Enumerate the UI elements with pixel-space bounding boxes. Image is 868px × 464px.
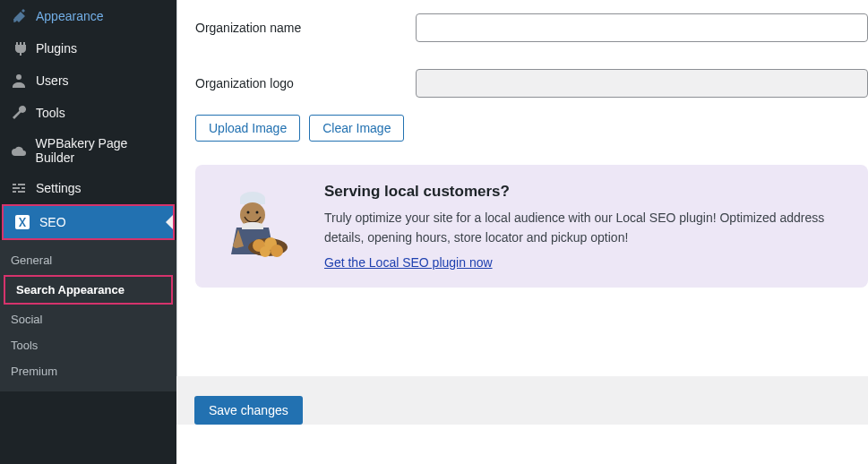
clear-image-button[interactable]: Clear Image — [309, 115, 404, 142]
org-name-label: Organization name — [195, 21, 416, 35]
submenu-general[interactable]: General — [0, 247, 176, 273]
sliders-icon — [9, 179, 29, 197]
sidebar-item-wpbakery[interactable]: WPBakery Page Builder — [0, 129, 176, 172]
sidebar-item-settings[interactable]: Settings — [0, 172, 176, 204]
brush-icon — [9, 7, 29, 25]
content-area: Organization name Organization logo Uplo… — [176, 0, 868, 464]
promo-description: Truly optimize your site for a local aud… — [324, 208, 845, 248]
wrench-icon — [9, 104, 29, 122]
upload-image-button[interactable]: Upload Image — [195, 115, 300, 142]
submenu-social[interactable]: Social — [0, 306, 176, 332]
promo-link[interactable]: Get the Local SEO plugin now — [324, 255, 493, 270]
svg-point-9 — [271, 245, 283, 257]
sidebar-item-plugins[interactable]: Plugins — [0, 32, 176, 64]
org-logo-label: Organization logo — [195, 76, 416, 90]
image-buttons-row: Upload Image Clear Image — [195, 111, 868, 159]
menu-label: Plugins — [36, 41, 77, 56]
cloud-icon — [9, 142, 29, 159]
local-seo-promo: Serving local customers? Truly optimize … — [195, 165, 868, 288]
org-logo-input[interactable] — [416, 69, 868, 98]
seo-submenu: General Search Appearance Social Tools P… — [0, 240, 176, 391]
svg-point-4 — [247, 211, 250, 214]
submenu-search-appearance[interactable]: Search Appearance — [4, 275, 173, 305]
promo-heading: Serving local customers? — [324, 183, 845, 201]
menu-label: SEO — [39, 215, 66, 229]
user-icon — [9, 72, 29, 90]
sidebar-item-tools[interactable]: Tools — [0, 97, 176, 129]
org-name-input[interactable] — [416, 13, 868, 42]
sidebar-item-users[interactable]: Users — [0, 64, 176, 97]
submenu-tools[interactable]: Tools — [0, 332, 176, 358]
baker-illustration — [219, 183, 299, 268]
promo-text: Serving local customers? Truly optimize … — [324, 183, 845, 270]
menu-label: Tools — [36, 106, 65, 120]
menu-label: Appearance — [36, 9, 104, 23]
menu-label: WPBakery Page Builder — [36, 136, 168, 165]
org-name-row: Organization name — [195, 0, 868, 56]
menu-label: Settings — [36, 181, 82, 195]
org-logo-row: Organization logo — [195, 56, 868, 111]
save-row: Save changes — [176, 376, 868, 425]
sidebar-item-appearance[interactable]: Appearance — [0, 0, 176, 32]
yoast-icon — [13, 213, 32, 231]
save-changes-button[interactable]: Save changes — [194, 396, 303, 425]
admin-sidebar: Appearance Plugins Users Tools WPBakery … — [0, 0, 176, 464]
menu-label: Users — [36, 73, 69, 88]
submenu-premium[interactable]: Premium — [0, 358, 176, 384]
sidebar-item-seo[interactable]: SEO — [2, 204, 175, 240]
svg-point-10 — [260, 246, 271, 257]
svg-point-5 — [256, 211, 259, 214]
plug-icon — [9, 39, 29, 57]
